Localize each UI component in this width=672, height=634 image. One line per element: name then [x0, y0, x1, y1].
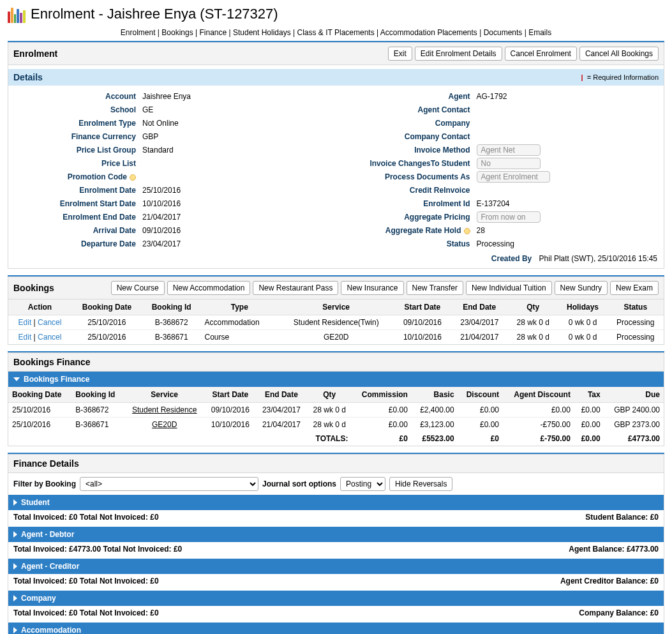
- finance-summary: Total Invoiced: £4773.00 Total Not Invoi…: [8, 542, 664, 556]
- finance-details-title: Finance Details: [13, 458, 79, 469]
- new-booking-button-6[interactable]: New Sundry: [555, 281, 608, 295]
- field-label: Finance Currency: [15, 132, 142, 141]
- nav-accommodation-placements[interactable]: Accommodation Placements: [380, 28, 477, 37]
- service-link[interactable]: GE20D: [152, 420, 177, 429]
- bookings-col: Type: [201, 299, 279, 315]
- new-booking-button-3[interactable]: New Insurance: [341, 281, 403, 295]
- bookings-col: Booking Id: [142, 299, 201, 315]
- disabled-select: No: [477, 158, 541, 169]
- bookings-finance-table: Booking DateBooking IdServiceStart DateE…: [8, 387, 664, 446]
- field-label: Departure Date: [15, 239, 142, 248]
- field-value: Jaishree Enya: [142, 92, 191, 101]
- field-label: Aggregate Rate Hold: [349, 226, 477, 235]
- collapse-icon: [13, 377, 20, 381]
- bookings-col: Holidays: [558, 299, 608, 315]
- fin-col: Due: [604, 387, 664, 403]
- fin-col: Booking Date: [8, 387, 71, 403]
- bookings-panel: Bookings New CourseNew AccommodationNew …: [8, 276, 664, 345]
- field-value: No: [477, 158, 541, 169]
- journal-sort-select[interactable]: Posting: [340, 477, 385, 491]
- page-title: Enrolment - Jaishree Enya (ST-127327): [31, 6, 278, 22]
- finance-summary: Total Invoiced: £0 Total Not Invoiced: £…: [8, 574, 664, 588]
- nav-class-it-placements[interactable]: Class & IT Placements: [297, 28, 375, 37]
- expand-icon: [13, 563, 17, 570]
- field-label: Arrival Date: [15, 226, 142, 235]
- fin-col: Booking Id: [71, 387, 124, 403]
- details-bar-title: Details: [13, 72, 43, 82]
- field-label: Promotion Code: [15, 172, 142, 181]
- field-value: Not Online: [142, 119, 179, 128]
- cancel-all-bookings-button[interactable]: Cancel All Bookings: [579, 47, 659, 61]
- service-link[interactable]: Student Residence: [132, 405, 197, 414]
- field-label: Company Contact: [349, 132, 477, 141]
- totals-row: TOTALS:£0£5523.00£0£-750.00£0.00£4773.00: [8, 432, 664, 446]
- disabled-select: Agent Net: [477, 144, 541, 156]
- finance-section-bar[interactable]: Student: [8, 495, 664, 510]
- field-value: GE: [142, 105, 153, 114]
- bookings-col: Status: [607, 299, 664, 315]
- edit-link[interactable]: Edit: [19, 318, 32, 327]
- nav-enrolment[interactable]: Enrolment: [121, 28, 156, 37]
- field-value: 09/10/2016: [142, 226, 181, 235]
- nav-emails[interactable]: Emails: [528, 28, 551, 37]
- finance-section-bar[interactable]: Agent - Creditor: [8, 559, 664, 574]
- finance-section-bar[interactable]: Agent - Debtor: [8, 527, 664, 542]
- field-label: Credit ReInvoice: [349, 186, 477, 195]
- nav-student-holidays[interactable]: Student Holidays: [233, 28, 291, 37]
- hide-reversals-button[interactable]: Hide Reversals: [389, 477, 452, 491]
- expand-icon: [13, 595, 17, 601]
- field-value: AG-1792: [477, 92, 507, 101]
- cancel-enrolment-button[interactable]: Cancel Enrolment: [505, 47, 577, 61]
- new-booking-button-0[interactable]: New Course: [111, 281, 165, 295]
- table-row: 25/10/2016B-368672Student Residence09/10…: [8, 403, 664, 418]
- bookings-col: Booking Date: [71, 299, 142, 315]
- field-value: Agent Enrolment: [477, 171, 550, 183]
- cancel-link[interactable]: Cancel: [38, 318, 61, 327]
- field-label: Price List Group: [15, 146, 142, 155]
- new-booking-button-7[interactable]: New Exam: [610, 281, 659, 295]
- finance-section-bar[interactable]: Company: [8, 591, 664, 606]
- field-label: Enrolment Type: [15, 119, 142, 128]
- field-label: Enrolment End Date: [15, 213, 142, 222]
- bookings-finance-bar[interactable]: Bookings Finance: [8, 372, 664, 387]
- enrolment-panel: Enrolment Exit Edit Enrolment Details Ca…: [8, 42, 664, 269]
- field-label: School: [15, 105, 142, 114]
- field-label: Status: [349, 239, 477, 248]
- field-label: Process Documents As: [349, 172, 477, 181]
- field-label: Agent: [349, 92, 477, 101]
- nav-bookings[interactable]: Bookings: [161, 28, 193, 37]
- field-label: Enrolment Id: [349, 199, 477, 208]
- nav-documents[interactable]: Documents: [484, 28, 523, 37]
- new-booking-button-1[interactable]: New Accommodation: [167, 281, 251, 295]
- bookings-panel-title: Bookings: [13, 283, 54, 293]
- bookings-col: Start Date: [394, 299, 451, 315]
- created-by-value: Phil Platt (SWT), 25/10/2016 15:45: [539, 254, 657, 263]
- finance-section-bar[interactable]: Accommodation: [8, 623, 664, 634]
- app-logo-icon: [8, 5, 26, 23]
- field-label: Aggregate Pricing: [349, 213, 477, 222]
- journal-sort-label: Journal sort options: [262, 479, 336, 488]
- edit-enrolment-details-button[interactable]: Edit Enrolment Details: [415, 47, 502, 61]
- finance-details-panel: Finance Details Filter by Booking <all> …: [8, 454, 664, 634]
- fin-col: Service: [124, 387, 205, 403]
- filter-by-booking-select[interactable]: <all>: [80, 477, 258, 491]
- field-value: Agent Net: [477, 144, 541, 156]
- field-value: E-137204: [477, 199, 510, 208]
- edit-link[interactable]: Edit: [19, 333, 32, 342]
- cancel-link[interactable]: Cancel: [38, 333, 61, 342]
- expand-icon: [13, 531, 17, 538]
- field-value: 21/04/2017: [142, 213, 181, 222]
- nav-finance[interactable]: Finance: [199, 28, 227, 37]
- new-booking-button-2[interactable]: New Restaurant Pass: [253, 281, 338, 295]
- finance-summary: Total Invoiced: £0 Total Not Invoiced: £…: [8, 510, 664, 524]
- new-booking-button-5[interactable]: New Individual Tuition: [466, 281, 552, 295]
- fin-col: Tax: [574, 387, 604, 403]
- exit-button[interactable]: Exit: [388, 47, 412, 61]
- field-value: Processing: [477, 239, 514, 248]
- field-label: Agent Contact: [349, 105, 477, 114]
- top-nav: Enrolment | Bookings | Finance | Student…: [8, 28, 664, 37]
- field-value: GBP: [142, 132, 158, 141]
- expand-icon: [13, 627, 17, 633]
- bookings-col: End Date: [451, 299, 508, 315]
- new-booking-button-4[interactable]: New Transfer: [407, 281, 463, 295]
